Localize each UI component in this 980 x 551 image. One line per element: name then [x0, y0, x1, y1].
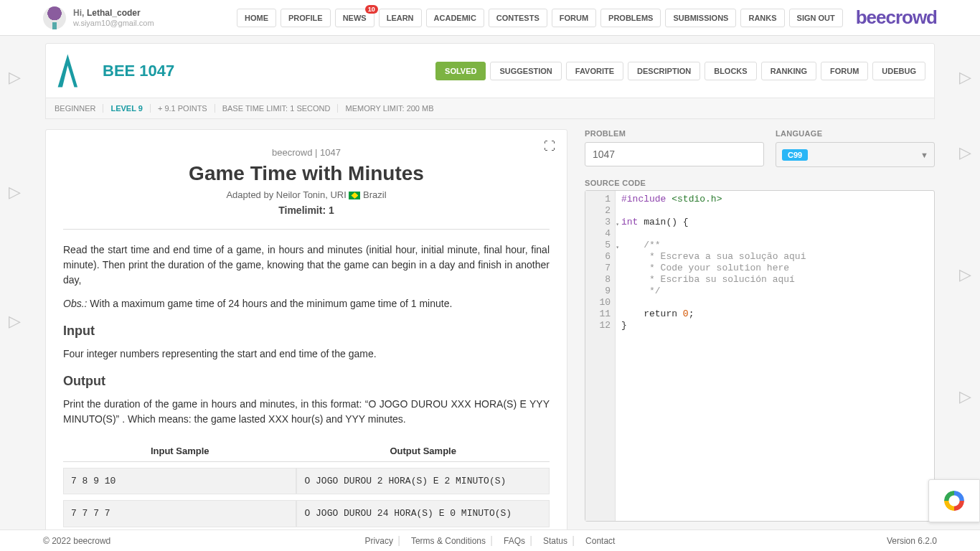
table-row: 7 8 9 10O JOGO DUROU 2 HORA(S) E 2 MINUT… — [63, 468, 550, 495]
nav-ranks[interactable]: RANKS — [740, 9, 784, 27]
footer-status[interactable]: Status — [537, 536, 574, 546]
user-block[interactable]: Hi, Lethal_coder w.siyam10@gmail.com — [43, 6, 208, 29]
obs-text: With a maximum game time of 24 hours and… — [87, 298, 452, 309]
footer-links: Privacy Terms & Conditions FAQs Status C… — [359, 536, 621, 546]
nav-profile[interactable]: PROFILE — [281, 9, 331, 27]
brazil-flag-icon — [349, 192, 360, 199]
level-icon — [55, 51, 94, 90]
problem-code-title: BEE 1047 — [103, 62, 427, 80]
code-editor[interactable]: 123▾45▾6789101112 #include <stdio.h> int… — [585, 190, 935, 522]
nav-problems[interactable]: PROBLEMS — [600, 9, 661, 27]
desc-output: Print the duration of the game in hours … — [63, 397, 550, 427]
avatar[interactable] — [43, 6, 66, 29]
nav-news[interactable]: NEWS10 — [335, 9, 374, 27]
nav-learn[interactable]: LEARN — [379, 9, 422, 27]
nav-home[interactable]: HOME — [237, 9, 276, 27]
tab-ranking[interactable]: RANKING — [761, 62, 816, 80]
code-token: * Escreva a sua solução aqui — [621, 251, 806, 262]
footer-privacy[interactable]: Privacy — [359, 536, 400, 546]
decor-arrow-icon: ▷ — [959, 143, 971, 162]
tab-description[interactable]: DESCRIPTION — [628, 62, 700, 80]
problem-panel: ⛶ beecrowd | 1047 Game Time with Minutes… — [45, 129, 567, 551]
tab-forum[interactable]: FORUM — [821, 62, 868, 80]
problem-title-bar: BEE 1047 SOLVED SUGGESTION FAVORITE DESC… — [45, 43, 935, 98]
obs-label: Obs.: — [63, 298, 87, 309]
meta-basetime: BASE TIME LIMIT: 1 SECOND — [222, 104, 339, 113]
th-input: Input Sample — [63, 441, 296, 462]
meta-points: + 9.1 POINTS — [158, 104, 215, 113]
sample-in: 7 7 7 7 — [63, 500, 296, 527]
footer: © 2022 beecrowd Privacy Terms & Conditio… — [0, 529, 980, 551]
code-token: <stdio.h> — [666, 194, 722, 204]
table-row: 7 7 7 7O JOGO DUROU 24 HORA(S) E 0 MINUT… — [63, 500, 550, 527]
country-text: Brazil — [360, 189, 386, 200]
problem-description: Read the start time and end time of a ga… — [63, 242, 550, 551]
nav-signout[interactable]: SIGN OUT — [789, 9, 843, 27]
th-output: Output Sample — [296, 441, 550, 462]
brand-logo[interactable]: beecrowd — [856, 6, 937, 29]
user-text: Hi, Lethal_coder w.siyam10@gmail.com — [73, 7, 154, 28]
news-badge: 10 — [365, 5, 378, 14]
code-token: return — [621, 309, 683, 319]
editor-gutter: 123▾45▾6789101112 — [585, 191, 616, 521]
heading-input: Input — [63, 321, 550, 341]
tab-suggestion[interactable]: SUGGESTION — [490, 62, 561, 80]
nav-news-label: NEWS — [343, 14, 367, 22]
code-token: * Code your solution here — [621, 263, 789, 273]
meta-memory: MEMORY LIMIT: 200 MB — [345, 104, 440, 113]
label-source-code: SOURCE CODE — [585, 179, 935, 187]
nav-contests[interactable]: CONTESTS — [489, 9, 547, 27]
adapt-text: Adapted by Neilor Tonin, URI — [226, 189, 349, 200]
problem-tabs: SOLVED SUGGESTION FAVORITE DESCRIPTION B… — [435, 62, 925, 80]
code-token: * Escriba su solución aquí — [621, 274, 795, 285]
problem-field-wrap: PROBLEM — [585, 129, 764, 167]
expand-icon[interactable]: ⛶ — [544, 140, 555, 153]
desc-obs: Obs.: With a maximum game time of 24 hou… — [63, 296, 550, 311]
decor-arrow-icon: ▷ — [9, 183, 21, 202]
footer-copy: © 2022 beecrowd — [43, 536, 110, 546]
editor-code[interactable]: #include <stdio.h> int main() { /** * Es… — [616, 191, 811, 521]
tab-blocks[interactable]: BLOCKS — [705, 62, 756, 80]
decor-arrow-icon: ▷ — [959, 387, 971, 406]
code-token: main() { — [638, 217, 688, 227]
problem-meta-bar: BEGINNER LEVEL 9 + 9.1 POINTS BASE TIME … — [45, 98, 935, 119]
footer-faqs[interactable]: FAQs — [498, 536, 532, 546]
top-bar: Hi, Lethal_coder w.siyam10@gmail.com HOM… — [0, 0, 980, 36]
editor-panel: PROBLEM LANGUAGE C99 ▼ SOURCE CODE 123▾4… — [585, 129, 935, 551]
desc-input: Four integer numbers representing the st… — [63, 347, 550, 362]
user-name: Lethal_coder — [87, 8, 141, 18]
fold-icon[interactable]: ▾ — [616, 242, 619, 253]
sample-out: O JOGO DUROU 24 HORA(S) E 0 MINUTO(S) — [296, 500, 550, 527]
decor-arrow-icon: ▷ — [959, 68, 971, 87]
recaptcha-badge[interactable] — [928, 479, 980, 522]
footer-version: Version 6.2.0 — [887, 536, 937, 546]
chevron-down-icon: ▼ — [920, 151, 928, 159]
tab-udebug[interactable]: UDEBUG — [872, 62, 925, 80]
main-nav: HOME PROFILE NEWS10 LEARN ACADEMIC CONTE… — [237, 9, 843, 27]
fold-icon[interactable]: ▾ — [616, 219, 619, 230]
meta-category: BEGINNER — [55, 104, 103, 113]
code-token: int — [621, 217, 638, 227]
footer-terms[interactable]: Terms & Conditions — [405, 536, 492, 546]
nav-academic[interactable]: ACADEMIC — [426, 9, 484, 27]
label-language: LANGUAGE — [776, 129, 935, 138]
footer-contact[interactable]: Contact — [580, 536, 621, 546]
nav-submissions[interactable]: SUBMISSIONS — [665, 9, 736, 27]
heading-output: Output — [63, 372, 550, 391]
tab-favorite[interactable]: FAVORITE — [566, 62, 623, 80]
problem-source: beecrowd | 1047 — [63, 147, 550, 158]
problem-adapted: Adapted by Neilor Tonin, URI Brazil — [63, 189, 550, 200]
meta-level[interactable]: LEVEL 9 — [110, 104, 150, 113]
code-token: } — [621, 320, 627, 331]
nav-forum[interactable]: FORUM — [552, 9, 596, 27]
code-token: #include — [621, 194, 666, 204]
language-field-wrap: LANGUAGE C99 ▼ — [776, 129, 935, 167]
decor-arrow-icon: ▷ — [959, 265, 971, 284]
user-email: w.siyam10@gmail.com — [73, 19, 154, 28]
sample-in: 7 8 9 10 — [63, 468, 296, 495]
code-token: /** — [621, 240, 661, 250]
problem-input[interactable] — [585, 142, 764, 166]
language-select[interactable]: C99 ▼ — [776, 142, 935, 167]
tab-solved[interactable]: SOLVED — [435, 62, 486, 80]
sample-out: O JOGO DUROU 2 HORA(S) E 2 MINUTO(S) — [296, 468, 550, 495]
